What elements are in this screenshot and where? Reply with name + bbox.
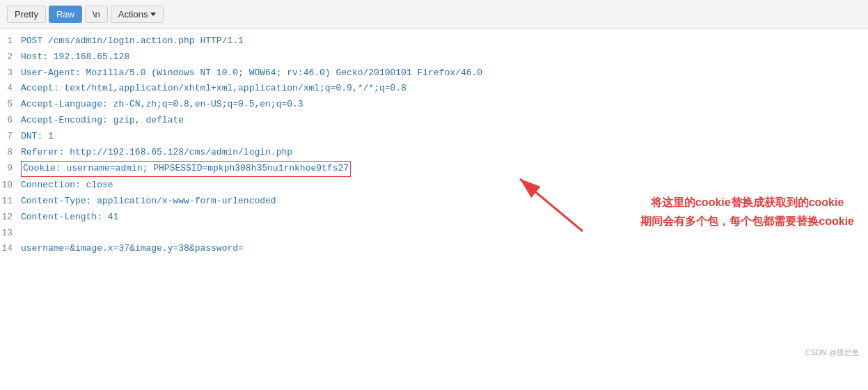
footer-credit: CSDN @摸烂鱼 (805, 348, 860, 358)
chevron-down-icon (150, 13, 156, 16)
annotation-arrow (506, 169, 597, 245)
line-number: 6 (0, 114, 21, 128)
line-content: Content-Type: application/x-www-form-url… (21, 194, 276, 209)
line-number: 1 (0, 34, 21, 49)
content-area: 1POST /cms/admin/login.action.php HTTP/1… (0, 29, 868, 364)
line-number: 3 (0, 66, 21, 81)
line-content: Referer: http://192.168.65.128/cms/admin… (21, 146, 292, 160)
line-content: User-Agent: Mozilla/5.0 (Windows NT 10.0… (21, 66, 482, 81)
line-number: 14 (0, 242, 21, 256)
line-content: username=&image.x=37&image.y=38&password… (21, 242, 244, 256)
line-number: 11 (0, 194, 21, 209)
line-number: 4 (0, 81, 21, 96)
line-row: 2Host: 192.168.65.128 (0, 49, 868, 65)
line-row: 7DNT: 1 (0, 129, 868, 145)
actions-label: Actions (118, 9, 148, 20)
annotation-line2: 期间会有多个包，每个包都需要替换cookie (640, 212, 854, 231)
annotation-container: 将这里的cookie替换成获取到的cookie 期间会有多个包，每个包都需要替换… (640, 193, 854, 231)
line-number: 9 (0, 162, 21, 176)
line-row: 3User-Agent: Mozilla/5.0 (Windows NT 10.… (0, 65, 868, 81)
line-content: Cookie: username=admin; PHPSESSID=mpkph3… (21, 161, 351, 177)
line-row: 4Accept: text/html,application/xhtml+xml… (0, 81, 868, 97)
line-content: Accept-Language: zh-CN,zh;q=0.8,en-US;q=… (21, 98, 303, 112)
line-row: 5Accept-Language: zh-CN,zh;q=0.8,en-US;q… (0, 97, 868, 113)
line-content: Accept-Encoding: gzip, deflate (21, 114, 184, 128)
line-row: 6Accept-Encoding: gzip, deflate (0, 113, 868, 129)
annotation-line1: 将这里的cookie替换成获取到的cookie (640, 193, 854, 212)
raw-button[interactable]: Raw (49, 6, 82, 23)
toolbar: Pretty Raw \n Actions (0, 0, 868, 29)
svg-line-1 (520, 179, 583, 231)
line-content: POST /cms/admin/login.action.php HTTP/1.… (21, 34, 244, 49)
line-number: 2 (0, 50, 21, 65)
cookie-highlight-box: Cookie: username=admin; PHPSESSID=mpkph3… (21, 161, 351, 177)
line-row: 1POST /cms/admin/login.action.php HTTP/1… (0, 33, 868, 49)
line-number: 10 (0, 178, 21, 193)
line-row: 14username=&image.x=37&image.y=38&passwo… (0, 241, 868, 257)
line-number: 12 (0, 210, 21, 225)
line-content: Host: 192.168.65.128 (21, 50, 129, 65)
line-number: 8 (0, 146, 21, 160)
pretty-button[interactable]: Pretty (7, 6, 46, 23)
line-row: 9Cookie: username=admin; PHPSESSID=mpkph… (0, 160, 868, 178)
line-row: 10Connection: close (0, 178, 868, 194)
line-number: 7 (0, 130, 21, 144)
line-number: 5 (0, 98, 21, 112)
line-content: Accept: text/html,application/xhtml+xml,… (21, 81, 407, 96)
line-content: Connection: close (21, 178, 113, 193)
actions-button[interactable]: Actions (111, 6, 164, 23)
newline-button[interactable]: \n (85, 6, 108, 23)
line-row: 8Referer: http://192.168.65.128/cms/admi… (0, 145, 868, 161)
line-number: 13 (0, 226, 21, 241)
line-content: DNT: 1 (21, 130, 54, 144)
line-content: Content-Length: 41 (21, 210, 118, 225)
